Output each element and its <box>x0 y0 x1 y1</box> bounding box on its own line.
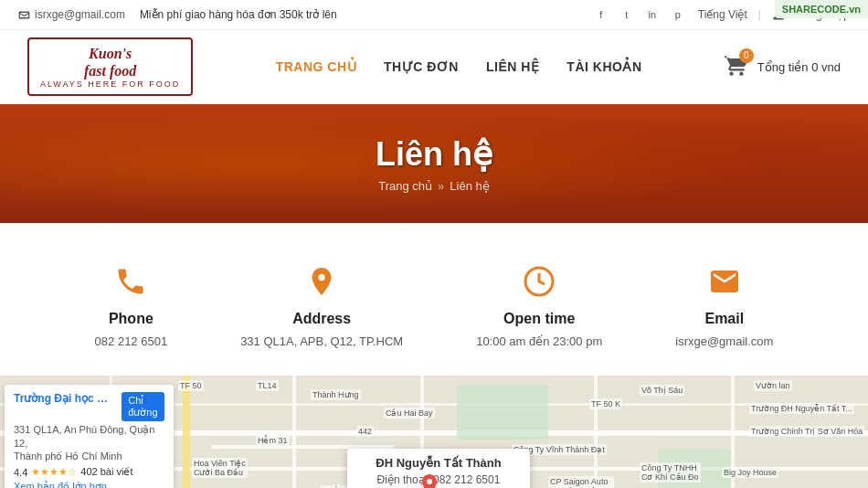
logo-text: Kuon's fast food <box>40 45 180 80</box>
cart-total: Tổng tiền 0 vnd <box>757 60 841 74</box>
contact-email: Email isrxge@gmail.com <box>675 260 773 348</box>
pinterest-icon[interactable]: p <box>669 5 687 24</box>
map-label-tf14: TL14 <box>256 380 279 391</box>
hero-banner: Liên hệ Trang chủ » Liên hệ <box>0 104 868 223</box>
language-selector[interactable]: Tiếng Việt <box>698 8 747 21</box>
top-bar: isrxge@gmail.com Miễn phí giao hàng hóa … <box>0 0 868 30</box>
breadcrumb: Trang chủ » Liên hệ <box>378 179 489 193</box>
map-label-tnhh: Công Ty TNHHCơ Khí Cầu Đo <box>640 462 701 483</box>
hero-title: Liên hệ <box>376 135 492 174</box>
nav-lien-he[interactable]: LIÊN HỆ <box>486 59 539 74</box>
map-popup: ĐH Nguyễn Tất Thành Điện thoại: 082 212 … <box>347 449 530 488</box>
map-label-tf50k: TF 50 K <box>589 398 622 409</box>
nav-tai-khoan[interactable]: TÀI KHOẢN <box>566 59 641 74</box>
navbar: Kuon's fast food ALWAYS HERE FOR FOOD TR… <box>0 30 868 104</box>
map-pin-marker <box>420 474 439 488</box>
contact-open-time: Open time 10:00 am đến 23:00 pm <box>476 260 602 348</box>
map-label-vo-thi-sau: Võ Thị Sáu <box>640 385 684 396</box>
address-label: Address <box>292 311 351 327</box>
top-bar-left: isrxge@gmail.com Miễn phí giao hàng hóa … <box>18 8 337 21</box>
map-label-thanh-hung: Thành Hưng <box>311 389 361 400</box>
review-count: 402 bài viết <box>80 466 132 478</box>
map-label-cp-saigon: CP Saigon AutoSporting Industry <box>548 476 614 488</box>
address-value: 331 QL1A, APB, Q12, TP.HCM <box>240 334 403 348</box>
map-section[interactable]: Thành Hưng Cầu Hai Bay 442 Hẻm 31 Hoa Vi… <box>0 376 868 488</box>
map-label-cau-hai-bay: Cầu Hai Bay <box>384 408 435 419</box>
rating-value: 4.4 <box>14 467 27 478</box>
map-label-hem31: Hẻm 31 <box>256 435 290 446</box>
nav-thuc-don[interactable]: THỰC ĐƠN <box>384 59 459 74</box>
logo-sub: ALWAYS HERE FOR FOOD <box>40 80 180 89</box>
map-label-tf50: TF 50 <box>178 380 204 391</box>
contact-address: Address 331 QL1A, APB, Q12, TP.HCM <box>240 260 403 348</box>
nav-links: TRANG CHỦ THỰC ĐƠN LIÊN HỆ TÀI KHOẢN <box>276 59 642 74</box>
map-label-van-hoa: Trường Chính Trị Sơ Văn Hóa <box>749 426 864 437</box>
phone-label: Phone <box>109 311 153 327</box>
open-time-label: Open time <box>503 311 575 327</box>
nav-right: 0 Tổng tiền 0 vnd <box>725 54 841 80</box>
sharecode-badge: SHARECODE.vn <box>775 0 868 18</box>
social-icons: f t in p <box>592 5 687 24</box>
map-popup-title: ĐH Nguyễn Tất Thành <box>358 456 519 470</box>
map-label-vuon-lan: Vườn lan <box>754 380 792 391</box>
nav-trang-chu[interactable]: TRANG CHỦ <box>276 59 356 74</box>
directions-button[interactable]: Chỉ đường <box>122 392 164 421</box>
contact-phone: Phone 082 212 6501 <box>95 260 168 348</box>
svg-point-1 <box>427 479 432 484</box>
breadcrumb-separator: » <box>438 179 444 193</box>
breadcrumb-home[interactable]: Trang chủ <box>378 179 432 193</box>
address-icon <box>300 260 344 303</box>
facebook-icon[interactable]: f <box>592 5 610 24</box>
road-v4 <box>594 376 598 488</box>
phone-icon <box>109 260 153 303</box>
map-info-title: Trường Đại học Nguyễn Tất T... <box>14 392 114 405</box>
top-promo-text: Miễn phí giao hàng hóa đơn 350k trở lên <box>140 8 337 21</box>
green-area1 <box>457 385 548 440</box>
cart-badge: 0 <box>739 48 754 63</box>
contact-section: Phone 082 212 6501 Address 331 QL1A, APB… <box>0 223 868 376</box>
twitter-icon[interactable]: t <box>618 5 636 24</box>
view-map-link[interactable]: Xem bản đồ lớn hơn <box>14 481 164 488</box>
map-info-address: 331 QL1A, An Phú Đông, Quận 12,Thành phố… <box>14 423 164 462</box>
top-email: isrxge@gmail.com <box>18 8 125 21</box>
road-v1 <box>183 376 190 488</box>
map-label-vien-tiec: Hoa Viên TiệcCưới Ba Đầu <box>192 458 248 478</box>
star-icons: ★★★★☆ <box>31 466 77 478</box>
clock-icon <box>517 260 561 303</box>
linkedin-icon[interactable]: in <box>643 5 662 24</box>
breadcrumb-current: Liên hệ <box>450 179 489 193</box>
top-email-text: isrxge@gmail.com <box>35 8 125 21</box>
map-info-rating: 4.4 ★★★★☆ 402 bài viết <box>14 466 164 478</box>
cart-icon-wrapper[interactable]: 0 <box>725 54 748 80</box>
map-popup-phone: Điện thoại: 082 212 6501 <box>358 473 519 486</box>
email-icon <box>18 9 30 21</box>
map-label-ntt-school: Trường ĐH Nguyễn Tất T... <box>749 403 854 414</box>
map-info-box[interactable]: Trường Đại học Nguyễn Tất T... Chỉ đường… <box>5 385 174 488</box>
phone-value: 082 212 6501 <box>95 334 168 348</box>
email-label: Email <box>704 311 744 327</box>
map-label-big-joy: Big Joy House <box>722 467 778 478</box>
email-contact-icon <box>703 260 746 303</box>
logo[interactable]: Kuon's fast food ALWAYS HERE FOR FOOD <box>27 37 193 96</box>
map-label-442: 442 <box>356 426 374 437</box>
email-value: isrxge@gmail.com <box>675 334 773 348</box>
open-time-value: 10:00 am đến 23:00 pm <box>476 334 602 348</box>
